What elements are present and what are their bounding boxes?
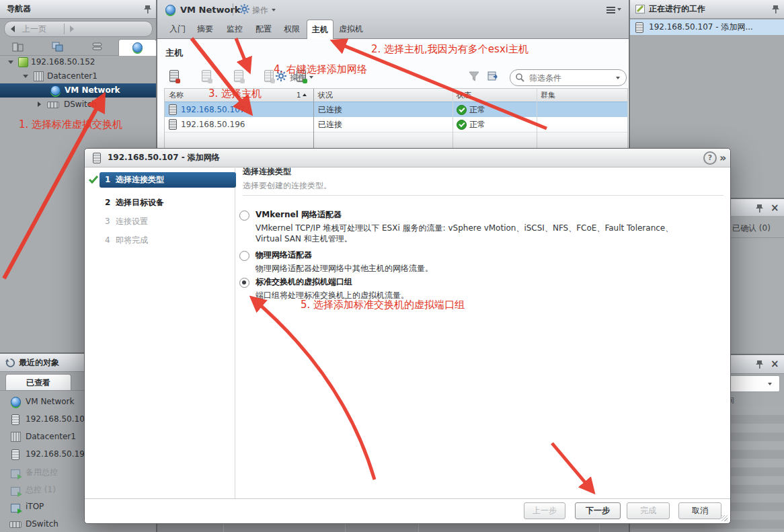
chevron-down-icon [272, 9, 276, 11]
tab-vms-templates[interactable] [52, 42, 63, 54]
tree-item-vm-network[interactable]: VM Network [0, 83, 156, 98]
host-icon [169, 104, 177, 115]
column-name[interactable]: 名称 [169, 89, 184, 102]
object-header: VM Network 操作 入门 摘要 监控 配置 权限 主机 虚拟机 [157, 0, 629, 39]
actions-menu[interactable]: 操作 [252, 5, 268, 16]
tree-item-datacenter[interactable]: Datacenter1 [0, 69, 156, 83]
vcenter-icon [18, 57, 28, 67]
column-state[interactable]: 状况 [318, 89, 333, 102]
close-icon[interactable]: × [771, 355, 779, 373]
gear-icon[interactable] [239, 4, 249, 14]
dswitch-icon [9, 521, 22, 528]
collapse-icon[interactable]: » [719, 149, 726, 167]
tab-hosts-label: 主机 [312, 25, 328, 34]
option-title: VMkernel 网络适配器 [256, 209, 703, 221]
option-standard-portgroup[interactable]: 标准交换机的虚拟机端口组 端口组将处理标准交换机上的虚拟机流量。 [239, 276, 703, 301]
wizard-step-2[interactable]: 2 选择目标设备 [100, 195, 236, 211]
table-row[interactable]: 192.168.50.107 已连接 正常 [165, 102, 627, 118]
step-complete-check-icon [88, 175, 99, 184]
wizard-step-3: 3 连接设置 [100, 214, 236, 229]
annotation-2: 2. 选择主机,我因为有多个esxi主机 [371, 43, 528, 56]
tab-vms[interactable]: 虚拟机 [339, 20, 363, 38]
pin-icon[interactable] [144, 5, 151, 14]
host-action-icon[interactable] [264, 70, 274, 82]
recent-objects-title: 最近的对象 [19, 354, 59, 371]
datacenter-icon [34, 71, 44, 81]
tab-confirmed[interactable]: 已确认 (0) [732, 223, 771, 234]
chevron-down-icon [768, 383, 772, 385]
tab-storage[interactable] [92, 42, 102, 54]
pin-icon[interactable] [756, 204, 763, 213]
radio-vmkernel[interactable] [239, 211, 249, 221]
filter-input[interactable] [528, 71, 611, 84]
dialog-subheading: 选择要创建的连接类型。 [243, 180, 331, 192]
dialog-title: 192.168.50.107 - 添加网络 [108, 149, 220, 167]
option-vmkernel[interactable]: VMkernel 网络适配器 VMkernel TCP/IP 堆栈可处理以下 E… [239, 209, 703, 244]
bottom-tasks-strip [157, 523, 629, 532]
host-icon [93, 153, 101, 163]
tab-hosts-clusters[interactable] [12, 42, 24, 54]
host-icon [169, 119, 177, 130]
chevron-down-icon[interactable] [616, 77, 620, 79]
cancel-button[interactable]: 取消 [678, 502, 721, 519]
tab-summary[interactable]: 摘要 [197, 20, 213, 38]
radio-physical[interactable] [239, 251, 249, 261]
option-physical[interactable]: 物理网络适配器 物理网络适配器处理网络中其他主机的网络流量。 [239, 250, 703, 274]
recent-item-label: VM Network [26, 394, 74, 410]
dialog-titlebar[interactable]: 192.168.50.107 - 添加网络 ? » [85, 149, 730, 167]
recent-item-label: 192.168.50.196 [26, 447, 89, 462]
add-network-dialog: 192.168.50.107 - 添加网络 ? » 1 选择连接类型 2 选择目… [84, 148, 731, 524]
expander-icon[interactable] [38, 102, 41, 107]
nav-type-tabs [0, 39, 156, 56]
status-ok-icon [457, 120, 467, 130]
option-title: 物理网络适配器 [256, 250, 703, 261]
filter-box[interactable] [510, 69, 627, 86]
pin-icon[interactable] [772, 5, 779, 14]
tree-item-vcenter[interactable]: 192.168.50.152 [0, 55, 156, 69]
column-cluster[interactable]: 群集 [541, 89, 555, 102]
back-icon[interactable] [11, 26, 15, 32]
work-in-progress-item[interactable]: 192.168.50.107 - 添加网... [630, 20, 784, 35]
wizard-step-1[interactable]: 1 选择连接类型 [100, 172, 236, 188]
host-action-icon[interactable] [202, 70, 211, 82]
option-desc: 物理网络适配器处理网络中其他主机的网络流量。 [256, 263, 691, 274]
option-desc: VMkernel TCP/IP 堆栈可处理以下 ESXi 服务的流量: vSph… [256, 223, 691, 244]
tab-getting-started[interactable]: 入门 [169, 20, 186, 38]
column-status[interactable]: 状态 [457, 89, 471, 102]
table-row[interactable]: 192.168.50.196 已连接 正常 [165, 117, 627, 132]
vm-box-icon [52, 42, 63, 52]
view-menu-icon[interactable] [606, 5, 615, 15]
resize-grip[interactable] [721, 515, 728, 521]
tab-permissions[interactable]: 权限 [284, 20, 300, 38]
tab-hosts-active[interactable]: 主机 [307, 20, 334, 39]
export-icon[interactable] [487, 71, 499, 81]
work-in-progress-icon [635, 5, 645, 13]
next-button[interactable]: 下一步 [575, 502, 621, 519]
annotation-3: 3. 选择主机 [208, 87, 262, 100]
expander-icon[interactable] [23, 75, 28, 78]
host-icon [635, 22, 643, 33]
tree-label: VM Network [65, 83, 120, 98]
tab-monitor[interactable]: 监控 [227, 20, 243, 38]
back-label[interactable]: 上一页 [22, 24, 46, 35]
wip-item-label: 192.168.50.107 - 添加网... [649, 20, 753, 35]
navigator-title: 导航器 [7, 0, 31, 18]
pin-icon[interactable] [756, 360, 763, 369]
host-action-icon[interactable] [234, 70, 243, 82]
radio-standard-portgroup[interactable] [239, 278, 249, 288]
tab-viewed[interactable]: 已查看 [5, 374, 71, 391]
close-icon[interactable]: × [771, 199, 779, 217]
tree-item-dswitch[interactable]: DSwitch [0, 98, 156, 112]
work-in-progress-header: 正在进行的工作 [630, 0, 784, 19]
help-icon[interactable]: ? [703, 151, 717, 165]
cancel-button-label: 取消 [692, 506, 708, 515]
host-link[interactable]: 192.168.50.196 [181, 117, 245, 132]
filter-icon[interactable] [469, 71, 479, 81]
expander-icon[interactable] [8, 61, 13, 64]
tab-configure[interactable]: 配置 [256, 20, 272, 38]
host-link[interactable]: 192.168.50.107 [181, 102, 245, 117]
add-host-icon[interactable] [169, 70, 179, 82]
cell-state: 已连接 [318, 117, 342, 132]
forward-icon[interactable] [70, 26, 74, 32]
tab-networking[interactable] [118, 39, 157, 56]
